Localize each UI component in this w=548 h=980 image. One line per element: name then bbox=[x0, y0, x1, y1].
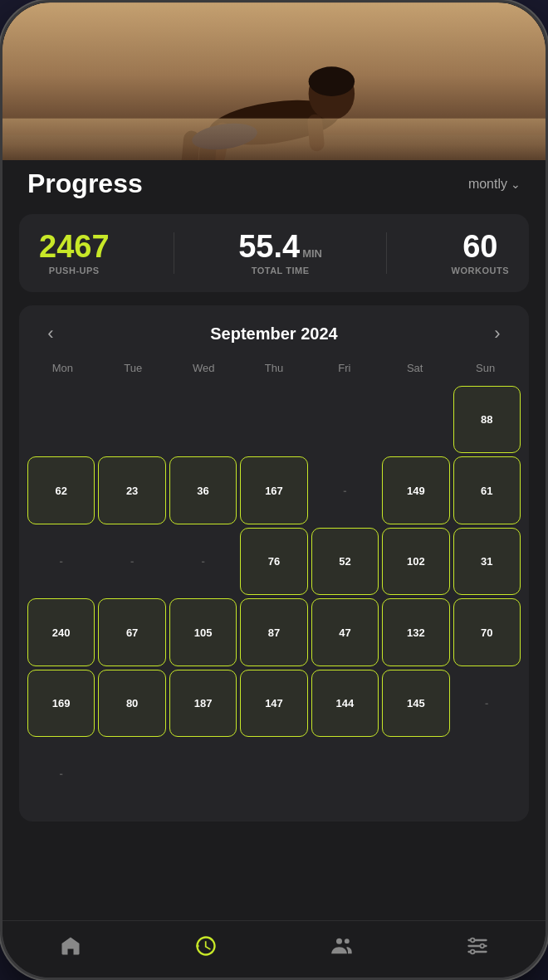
community-icon bbox=[330, 934, 354, 958]
calendar-cell[interactable]: 145 bbox=[382, 670, 449, 737]
calendar-header: ‹ September 2024 › bbox=[27, 319, 521, 358]
calendar-cell bbox=[311, 386, 379, 453]
calendar-weekdays: Mon Tue Wed Thu Fri Sat Sun bbox=[27, 358, 521, 381]
calendar-cell bbox=[98, 386, 165, 453]
stat-divider-2 bbox=[386, 232, 387, 274]
calendar-cell[interactable]: 144 bbox=[311, 670, 379, 737]
calendar-cell[interactable]: 23 bbox=[98, 456, 165, 524]
calendar-cell bbox=[382, 740, 449, 807]
calendar-cell bbox=[240, 386, 307, 453]
calendar-cell[interactable]: 187 bbox=[169, 670, 237, 737]
weekday-wed: Wed bbox=[169, 358, 239, 381]
calendar-cell[interactable]: 80 bbox=[98, 670, 165, 737]
calendar-cell[interactable]: 240 bbox=[27, 598, 95, 666]
stat-pushups: 2467 PUSH-UPS bbox=[39, 231, 110, 275]
calendar-cell[interactable]: 132 bbox=[382, 598, 449, 666]
home-icon bbox=[59, 934, 82, 958]
nav-home[interactable] bbox=[42, 931, 99, 961]
weekday-sat: Sat bbox=[379, 358, 450, 381]
calendar-cell: - bbox=[27, 740, 95, 807]
calendar-cell: - bbox=[311, 456, 379, 524]
period-dropdown[interactable]: montly ⌄ bbox=[468, 177, 521, 192]
calendar-month-title: September 2024 bbox=[210, 324, 337, 344]
nav-community[interactable] bbox=[314, 931, 370, 961]
settings-icon bbox=[466, 934, 489, 958]
calendar-cell bbox=[453, 740, 521, 807]
pushups-value: 2467 bbox=[39, 231, 110, 262]
calendar-cell bbox=[169, 740, 237, 807]
page-title: Progress bbox=[27, 168, 143, 199]
phone-frame: Progress montly ⌄ 2467 PUSH-UPS 55.4 MIN… bbox=[0, 0, 548, 980]
calendar-cell bbox=[27, 386, 95, 453]
weekday-sun: Sun bbox=[450, 358, 521, 381]
calendar-cell[interactable]: 62 bbox=[27, 456, 95, 524]
calendar-cell[interactable]: 88 bbox=[453, 386, 521, 453]
calendar-cell[interactable]: 31 bbox=[453, 528, 521, 595]
calendar-cell[interactable]: 76 bbox=[240, 528, 307, 595]
hero-section bbox=[2, 2, 546, 185]
pushups-label: PUSH-UPS bbox=[49, 266, 100, 275]
nav-settings[interactable] bbox=[449, 931, 506, 961]
time-label: TOTAL TIME bbox=[252, 266, 310, 275]
time-unit: MIN bbox=[302, 247, 322, 260]
weekday-thu: Thu bbox=[239, 358, 310, 381]
calendar-cell[interactable]: 36 bbox=[169, 456, 237, 524]
header-section: Progress montly ⌄ bbox=[2, 160, 546, 207]
calendar-cell[interactable]: 105 bbox=[169, 598, 237, 666]
calendar-grid: 88622336167-14961---76521023124067105874… bbox=[27, 386, 521, 808]
calendar-cell bbox=[382, 386, 449, 453]
workouts-value: 60 bbox=[462, 231, 497, 262]
calendar-cell: - bbox=[27, 528, 95, 595]
calendar-cell[interactable]: 87 bbox=[240, 598, 307, 666]
stat-workouts: 60 WORKOUTS bbox=[452, 231, 509, 275]
svg-point-12 bbox=[336, 939, 342, 944]
calendar-cell bbox=[311, 740, 379, 807]
calendar-cell bbox=[240, 740, 307, 807]
bottom-nav: history bbox=[2, 920, 546, 978]
weekday-fri: Fri bbox=[309, 358, 379, 381]
calendar-cell[interactable]: 61 bbox=[453, 456, 521, 524]
calendar-cell[interactable]: 147 bbox=[240, 670, 307, 737]
calendar-cell[interactable]: 47 bbox=[311, 598, 379, 666]
svg-point-14 bbox=[471, 939, 475, 943]
time-value: 55.4 bbox=[238, 231, 300, 262]
calendar-cell[interactable]: 52 bbox=[311, 528, 379, 595]
calendar-cell bbox=[169, 386, 237, 453]
chevron-down-icon: ⌄ bbox=[511, 178, 521, 191]
prev-month-button[interactable]: ‹ bbox=[36, 319, 66, 349]
svg-point-13 bbox=[345, 939, 350, 943]
phone-inner: Progress montly ⌄ 2467 PUSH-UPS 55.4 MIN… bbox=[2, 2, 546, 978]
dropdown-label: montly bbox=[468, 177, 507, 192]
nav-history[interactable]: history bbox=[178, 931, 234, 961]
history-icon: history bbox=[194, 934, 218, 958]
stat-time: 55.4 MIN TOTAL TIME bbox=[238, 231, 322, 275]
calendar-cell: - bbox=[98, 528, 165, 595]
workouts-label: WORKOUTS bbox=[452, 266, 509, 275]
weekday-mon: Mon bbox=[27, 358, 98, 381]
hero-image bbox=[2, 2, 546, 185]
svg-point-4 bbox=[309, 66, 355, 96]
calendar-cell: - bbox=[169, 528, 237, 595]
calendar-cell[interactable]: 67 bbox=[98, 598, 165, 666]
calendar-cell bbox=[98, 740, 165, 807]
calendar-cell[interactable]: 169 bbox=[27, 670, 95, 737]
calendar-cell: - bbox=[453, 670, 521, 737]
weekday-tue: Tue bbox=[98, 358, 169, 381]
calendar-cell[interactable]: 102 bbox=[382, 528, 449, 595]
stats-section: 2467 PUSH-UPS 55.4 MIN TOTAL TIME 60 WOR… bbox=[19, 214, 529, 292]
calendar-cell[interactable]: 167 bbox=[240, 456, 307, 524]
calendar-section: ‹ September 2024 › Mon Tue Wed Thu Fri S… bbox=[19, 305, 529, 822]
calendar-cell[interactable]: 70 bbox=[453, 598, 521, 666]
calendar-cell[interactable]: 149 bbox=[382, 456, 449, 524]
next-month-button[interactable]: › bbox=[482, 319, 512, 349]
stat-divider-1 bbox=[174, 232, 174, 274]
svg-point-15 bbox=[481, 944, 485, 948]
svg-point-16 bbox=[471, 950, 475, 954]
